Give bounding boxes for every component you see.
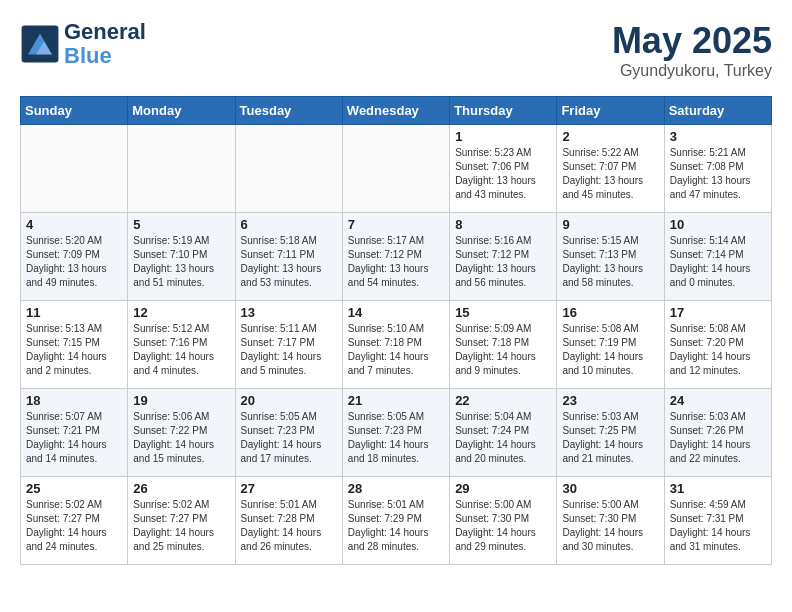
day-number: 31 xyxy=(670,481,766,496)
calendar-cell: 28Sunrise: 5:01 AM Sunset: 7:29 PM Dayli… xyxy=(342,477,449,565)
day-info: Sunrise: 5:15 AM Sunset: 7:13 PM Dayligh… xyxy=(562,234,658,290)
calendar-cell xyxy=(342,125,449,213)
day-info: Sunrise: 5:09 AM Sunset: 7:18 PM Dayligh… xyxy=(455,322,551,378)
weekday-header-row: SundayMondayTuesdayWednesdayThursdayFrid… xyxy=(21,97,772,125)
day-number: 10 xyxy=(670,217,766,232)
weekday-monday: Monday xyxy=(128,97,235,125)
day-info: Sunrise: 5:10 AM Sunset: 7:18 PM Dayligh… xyxy=(348,322,444,378)
calendar-cell: 22Sunrise: 5:04 AM Sunset: 7:24 PM Dayli… xyxy=(450,389,557,477)
day-number: 21 xyxy=(348,393,444,408)
day-number: 27 xyxy=(241,481,337,496)
calendar-cell: 21Sunrise: 5:05 AM Sunset: 7:23 PM Dayli… xyxy=(342,389,449,477)
calendar-cell: 3Sunrise: 5:21 AM Sunset: 7:08 PM Daylig… xyxy=(664,125,771,213)
month-title: May 2025 xyxy=(612,20,772,62)
day-info: Sunrise: 5:05 AM Sunset: 7:23 PM Dayligh… xyxy=(241,410,337,466)
calendar-cell: 11Sunrise: 5:13 AM Sunset: 7:15 PM Dayli… xyxy=(21,301,128,389)
calendar-cell xyxy=(235,125,342,213)
day-number: 23 xyxy=(562,393,658,408)
day-number: 29 xyxy=(455,481,551,496)
day-info: Sunrise: 5:11 AM Sunset: 7:17 PM Dayligh… xyxy=(241,322,337,378)
day-number: 2 xyxy=(562,129,658,144)
calendar-cell: 29Sunrise: 5:00 AM Sunset: 7:30 PM Dayli… xyxy=(450,477,557,565)
day-info: Sunrise: 5:08 AM Sunset: 7:20 PM Dayligh… xyxy=(670,322,766,378)
day-info: Sunrise: 5:12 AM Sunset: 7:16 PM Dayligh… xyxy=(133,322,229,378)
calendar-cell: 7Sunrise: 5:17 AM Sunset: 7:12 PM Daylig… xyxy=(342,213,449,301)
calendar-cell: 20Sunrise: 5:05 AM Sunset: 7:23 PM Dayli… xyxy=(235,389,342,477)
day-number: 18 xyxy=(26,393,122,408)
day-info: Sunrise: 5:01 AM Sunset: 7:29 PM Dayligh… xyxy=(348,498,444,554)
calendar-cell xyxy=(21,125,128,213)
weekday-tuesday: Tuesday xyxy=(235,97,342,125)
day-number: 16 xyxy=(562,305,658,320)
calendar-cell: 24Sunrise: 5:03 AM Sunset: 7:26 PM Dayli… xyxy=(664,389,771,477)
calendar-cell: 9Sunrise: 5:15 AM Sunset: 7:13 PM Daylig… xyxy=(557,213,664,301)
week-row-4: 18Sunrise: 5:07 AM Sunset: 7:21 PM Dayli… xyxy=(21,389,772,477)
day-number: 12 xyxy=(133,305,229,320)
calendar-cell: 30Sunrise: 5:00 AM Sunset: 7:30 PM Dayli… xyxy=(557,477,664,565)
day-info: Sunrise: 5:22 AM Sunset: 7:07 PM Dayligh… xyxy=(562,146,658,202)
day-number: 24 xyxy=(670,393,766,408)
day-info: Sunrise: 5:05 AM Sunset: 7:23 PM Dayligh… xyxy=(348,410,444,466)
day-info: Sunrise: 5:02 AM Sunset: 7:27 PM Dayligh… xyxy=(26,498,122,554)
weekday-sunday: Sunday xyxy=(21,97,128,125)
day-info: Sunrise: 5:08 AM Sunset: 7:19 PM Dayligh… xyxy=(562,322,658,378)
day-info: Sunrise: 5:23 AM Sunset: 7:06 PM Dayligh… xyxy=(455,146,551,202)
day-info: Sunrise: 4:59 AM Sunset: 7:31 PM Dayligh… xyxy=(670,498,766,554)
day-info: Sunrise: 5:19 AM Sunset: 7:10 PM Dayligh… xyxy=(133,234,229,290)
day-info: Sunrise: 5:03 AM Sunset: 7:26 PM Dayligh… xyxy=(670,410,766,466)
day-info: Sunrise: 5:06 AM Sunset: 7:22 PM Dayligh… xyxy=(133,410,229,466)
day-info: Sunrise: 5:13 AM Sunset: 7:15 PM Dayligh… xyxy=(26,322,122,378)
weekday-thursday: Thursday xyxy=(450,97,557,125)
week-row-5: 25Sunrise: 5:02 AM Sunset: 7:27 PM Dayli… xyxy=(21,477,772,565)
title-block: May 2025 Gyundyukoru, Turkey xyxy=(612,20,772,80)
day-number: 30 xyxy=(562,481,658,496)
calendar-cell: 5Sunrise: 5:19 AM Sunset: 7:10 PM Daylig… xyxy=(128,213,235,301)
day-info: Sunrise: 5:00 AM Sunset: 7:30 PM Dayligh… xyxy=(455,498,551,554)
day-number: 17 xyxy=(670,305,766,320)
weekday-saturday: Saturday xyxy=(664,97,771,125)
calendar-cell: 31Sunrise: 4:59 AM Sunset: 7:31 PM Dayli… xyxy=(664,477,771,565)
day-info: Sunrise: 5:21 AM Sunset: 7:08 PM Dayligh… xyxy=(670,146,766,202)
calendar-cell: 2Sunrise: 5:22 AM Sunset: 7:07 PM Daylig… xyxy=(557,125,664,213)
calendar-cell: 16Sunrise: 5:08 AM Sunset: 7:19 PM Dayli… xyxy=(557,301,664,389)
logo-icon xyxy=(20,24,60,64)
logo-text: GeneralBlue xyxy=(64,20,146,68)
day-number: 19 xyxy=(133,393,229,408)
calendar-cell: 14Sunrise: 5:10 AM Sunset: 7:18 PM Dayli… xyxy=(342,301,449,389)
week-row-2: 4Sunrise: 5:20 AM Sunset: 7:09 PM Daylig… xyxy=(21,213,772,301)
day-number: 22 xyxy=(455,393,551,408)
day-number: 14 xyxy=(348,305,444,320)
day-number: 3 xyxy=(670,129,766,144)
calendar-cell: 23Sunrise: 5:03 AM Sunset: 7:25 PM Dayli… xyxy=(557,389,664,477)
day-info: Sunrise: 5:01 AM Sunset: 7:28 PM Dayligh… xyxy=(241,498,337,554)
day-info: Sunrise: 5:20 AM Sunset: 7:09 PM Dayligh… xyxy=(26,234,122,290)
calendar-cell: 17Sunrise: 5:08 AM Sunset: 7:20 PM Dayli… xyxy=(664,301,771,389)
calendar-cell xyxy=(128,125,235,213)
day-info: Sunrise: 5:16 AM Sunset: 7:12 PM Dayligh… xyxy=(455,234,551,290)
day-number: 25 xyxy=(26,481,122,496)
logo: GeneralBlue xyxy=(20,20,146,68)
day-info: Sunrise: 5:04 AM Sunset: 7:24 PM Dayligh… xyxy=(455,410,551,466)
day-info: Sunrise: 5:00 AM Sunset: 7:30 PM Dayligh… xyxy=(562,498,658,554)
page-header: GeneralBlue May 2025 Gyundyukoru, Turkey xyxy=(20,20,772,80)
day-info: Sunrise: 5:14 AM Sunset: 7:14 PM Dayligh… xyxy=(670,234,766,290)
day-number: 26 xyxy=(133,481,229,496)
calendar-cell: 26Sunrise: 5:02 AM Sunset: 7:27 PM Dayli… xyxy=(128,477,235,565)
day-number: 11 xyxy=(26,305,122,320)
calendar-cell: 18Sunrise: 5:07 AM Sunset: 7:21 PM Dayli… xyxy=(21,389,128,477)
day-number: 28 xyxy=(348,481,444,496)
week-row-1: 1Sunrise: 5:23 AM Sunset: 7:06 PM Daylig… xyxy=(21,125,772,213)
day-number: 5 xyxy=(133,217,229,232)
calendar-cell: 4Sunrise: 5:20 AM Sunset: 7:09 PM Daylig… xyxy=(21,213,128,301)
day-info: Sunrise: 5:07 AM Sunset: 7:21 PM Dayligh… xyxy=(26,410,122,466)
day-number: 13 xyxy=(241,305,337,320)
day-number: 8 xyxy=(455,217,551,232)
day-number: 20 xyxy=(241,393,337,408)
calendar-cell: 13Sunrise: 5:11 AM Sunset: 7:17 PM Dayli… xyxy=(235,301,342,389)
calendar-cell: 6Sunrise: 5:18 AM Sunset: 7:11 PM Daylig… xyxy=(235,213,342,301)
location: Gyundyukoru, Turkey xyxy=(612,62,772,80)
day-number: 4 xyxy=(26,217,122,232)
calendar-cell: 8Sunrise: 5:16 AM Sunset: 7:12 PM Daylig… xyxy=(450,213,557,301)
calendar-cell: 19Sunrise: 5:06 AM Sunset: 7:22 PM Dayli… xyxy=(128,389,235,477)
day-info: Sunrise: 5:18 AM Sunset: 7:11 PM Dayligh… xyxy=(241,234,337,290)
